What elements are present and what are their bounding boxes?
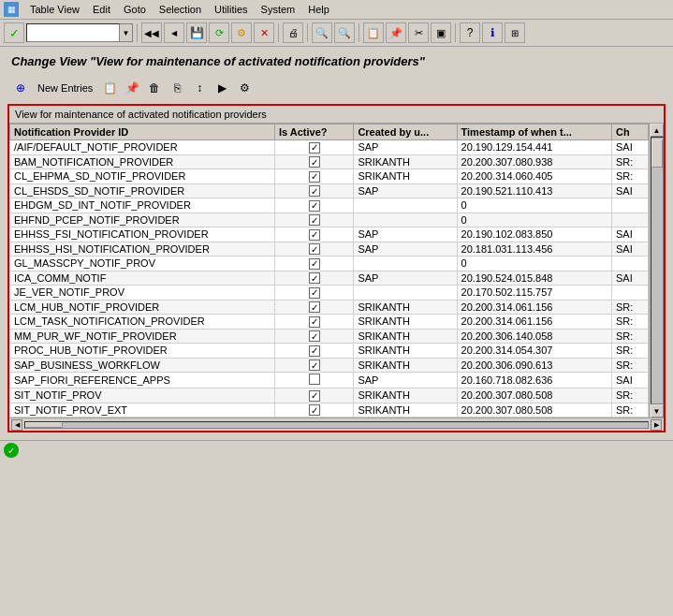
menu-tableview[interactable]: Table View (24, 2, 85, 17)
help-btn[interactable]: ? (460, 22, 480, 43)
confirm-button[interactable]: ✓ (4, 22, 24, 43)
checkbox-active[interactable] (309, 243, 320, 255)
vertical-scrollbar[interactable]: ▲ ▼ (649, 124, 664, 418)
menu-utilities[interactable]: Utilities (209, 2, 253, 17)
table-row[interactable]: SAP_FIORI_REFERENCE_APPSSAP20.160.718.08… (10, 373, 649, 389)
checkbox-active[interactable] (309, 330, 320, 342)
table-row[interactable]: SAP_BUSINESS_WORKFLOWSRIKANTH20.200.306.… (10, 358, 649, 373)
cell-is-active[interactable] (274, 257, 353, 271)
subtoolbar-settings-btn[interactable]: ⚙ (235, 79, 254, 97)
command-dropdown-btn[interactable]: ▼ (120, 23, 133, 42)
table-row[interactable]: EHFND_PCEP_NOTIF_PROVIDER0 (10, 213, 649, 227)
cell-is-active[interactable] (274, 403, 353, 418)
settings-btn[interactable]: ⚙ (231, 22, 252, 43)
hscroll-left-btn[interactable]: ◀ (11, 419, 22, 431)
menu-help[interactable]: Help (302, 2, 335, 17)
select-btn[interactable]: ▣ (431, 22, 451, 43)
cell-is-active[interactable] (274, 286, 353, 301)
checkbox-active[interactable] (309, 200, 320, 212)
checkbox-active[interactable] (309, 404, 320, 416)
checkbox-active[interactable] (309, 258, 320, 270)
checkbox-active[interactable] (309, 374, 320, 385)
table-row[interactable]: PROC_HUB_NOTIF_PROVIDERSRIKANTH20.200.31… (10, 344, 649, 359)
cell-is-active[interactable] (274, 140, 353, 155)
checkbox-active[interactable] (309, 156, 320, 168)
nav-prev-btn[interactable]: ◀ (164, 22, 184, 43)
checkbox-active[interactable] (309, 171, 320, 183)
table-row[interactable]: EHHSS_HSI_NOTIFICATION_PROVIDERSAP20.181… (10, 242, 649, 257)
cell-is-active[interactable] (274, 227, 353, 242)
cell-is-active[interactable] (274, 154, 353, 169)
hscroll-right-btn[interactable]: ▶ (651, 419, 662, 431)
new-entries-button[interactable]: New Entries (34, 81, 96, 95)
subtoolbar-move-btn[interactable]: ↕ (190, 79, 209, 97)
find2-btn[interactable]: 🔍 (334, 22, 355, 43)
scroll-up-btn[interactable]: ▲ (651, 124, 664, 137)
cell-is-active[interactable] (274, 329, 353, 344)
cell-is-active[interactable] (274, 271, 353, 286)
checkbox-active[interactable] (309, 287, 320, 299)
paste-btn[interactable]: 📌 (386, 22, 406, 43)
cell-is-active[interactable] (274, 198, 353, 213)
cell-is-active[interactable] (274, 373, 353, 389)
cell-is-active[interactable] (274, 389, 353, 403)
cell-is-active[interactable] (274, 344, 353, 359)
save-button[interactable]: 💾 (186, 22, 207, 43)
cell-is-active[interactable] (274, 213, 353, 227)
checkbox-active[interactable] (309, 345, 320, 357)
checkbox-active[interactable] (309, 142, 320, 154)
subtoolbar-delete-btn[interactable]: 🗑 (145, 79, 164, 97)
checkbox-active[interactable] (309, 390, 320, 402)
checkbox-active[interactable] (309, 359, 320, 371)
cell-is-active[interactable] (274, 300, 353, 315)
print-btn[interactable]: 🖨 (283, 22, 303, 43)
tool3-btn[interactable]: ✕ (254, 22, 274, 43)
cell-is-active[interactable] (274, 315, 353, 330)
checkbox-active[interactable] (309, 214, 320, 226)
checkbox-active[interactable] (309, 185, 320, 197)
scroll-track[interactable] (651, 137, 664, 404)
checkbox-active[interactable] (309, 301, 320, 313)
table-row[interactable]: EHDGM_SD_INT_NOTIF_PROVIDER0 (10, 198, 649, 213)
table-row[interactable]: LCM_HUB_NOTIF_PROVIDERSRIKANTH20.200.314… (10, 300, 649, 315)
table-row[interactable]: CL_EHPMA_SD_NOTIF_PROVIDERSRIKANTH20.200… (10, 169, 649, 184)
horizontal-scrollbar[interactable]: ◀ ▶ (9, 418, 664, 431)
copy-btn[interactable]: 📋 (363, 22, 384, 43)
subtoolbar-paste-btn[interactable]: 📌 (123, 79, 141, 97)
menu-edit[interactable]: Edit (87, 2, 116, 17)
table-row[interactable]: CL_EHSDS_SD_NOTIF_PROVIDERSAP20.190.521.… (10, 183, 649, 198)
cell-is-active[interactable] (274, 358, 353, 373)
cell-is-active[interactable] (274, 169, 353, 184)
table-row[interactable]: EHHSS_FSI_NOTIFICATION_PROVIDERSAP20.190… (10, 227, 649, 242)
find-btn[interactable]: 🔍 (312, 22, 332, 43)
checkbox-active[interactable] (309, 272, 320, 284)
table-row[interactable]: SIT_NOTIF_PROV_EXTSRIKANTH20.200.307.080… (10, 403, 649, 418)
scroll-down-btn[interactable]: ▼ (651, 404, 664, 418)
refresh-btn[interactable]: ⟳ (209, 22, 229, 43)
nav-back-btn[interactable]: ◀◀ (141, 22, 162, 43)
subtoolbar-copy-btn[interactable]: 📋 (100, 79, 119, 97)
command-input[interactable] (26, 23, 120, 42)
subtoolbar-icon1[interactable]: ⊕ (11, 79, 30, 97)
cell-is-active[interactable] (274, 242, 353, 257)
subtoolbar-more-btn[interactable]: ▶ (212, 79, 231, 97)
menu-system[interactable]: System (256, 2, 301, 17)
table-row[interactable]: SIT_NOTIF_PROVSRIKANTH20.200.307.080.508… (10, 389, 649, 403)
menu-selection[interactable]: Selection (154, 2, 207, 17)
table-row[interactable]: LCM_TASK_NOTIFICATION_PROVIDERSRIKANTH20… (10, 315, 649, 330)
checkbox-active[interactable] (309, 316, 320, 328)
table-row[interactable]: /AIF/DEFAULT_NOTIF_PROVIDERSAP20.190.129… (10, 140, 649, 155)
hscroll-track[interactable] (24, 421, 649, 429)
info-btn[interactable]: ℹ (482, 22, 503, 43)
table-row[interactable]: JE_VER_NOTIF_PROV20.170.502.115.757 (10, 286, 649, 301)
cell-is-active[interactable] (274, 183, 353, 198)
hscroll-thumb[interactable] (25, 422, 63, 428)
cut-btn[interactable]: ✂ (408, 22, 429, 43)
subtoolbar-copy2-btn[interactable]: ⎘ (168, 79, 186, 97)
table-row[interactable]: BAM_NOTIFICATION_PROVIDERSRIKANTH20.200.… (10, 154, 649, 169)
table-row[interactable]: MM_PUR_WF_NOTIF_PROVIDERSRIKANTH20.200.3… (10, 329, 649, 344)
table-row[interactable]: ICA_COMM_NOTIFSAP20.190.524.015.848SAI (10, 271, 649, 286)
table-row[interactable]: GL_MASSCPY_NOTIF_PROV0 (10, 257, 649, 271)
menu-goto[interactable]: Goto (118, 2, 152, 17)
scroll-thumb[interactable] (651, 139, 663, 168)
